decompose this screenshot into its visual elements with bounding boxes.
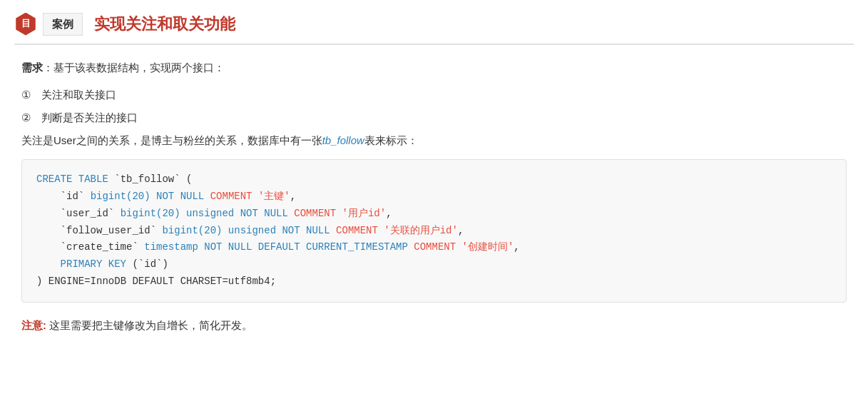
badge-label: 案例 <box>43 13 83 36</box>
code-line-5: `create_time` timestamp NOT NULL DEFAULT… <box>36 239 832 256</box>
description-highlight: tb_follow <box>322 134 364 146</box>
note-block: 注意: 这里需要把主键修改为自增长，简化开发。 <box>21 317 847 334</box>
list-text-1: 关注和取关接口 <box>41 86 116 104</box>
badge-icon: 目 <box>14 13 37 36</box>
list-num-1: ① <box>21 86 36 104</box>
case-badge: 目 案例 <box>14 13 83 36</box>
page-title: 实现关注和取关功能 <box>94 11 235 36</box>
description-prefix: 关注是User之间的关系，是博主与粉丝的关系，数据库中有一张 <box>21 134 322 146</box>
description-text: 关注是User之间的关系，是博主与粉丝的关系，数据库中有一张tb_follow表… <box>21 132 847 149</box>
list-item-1: ① 关注和取关接口 <box>21 86 847 104</box>
code-line-4: `follow_user_id` bigint(20) unsigned NOT… <box>36 223 832 240</box>
code-line-3: `user_id` bigint(20) unsigned NOT NULL C… <box>36 206 832 223</box>
code-line-1: CREATE TABLE `tb_follow` ( <box>36 171 832 188</box>
page-container: 目 案例 实现关注和取关功能 需求：基于该表数据结构，实现两个接口： ① 关注和… <box>0 0 868 348</box>
content-area: 需求：基于该表数据结构，实现两个接口： ① 关注和取关接口 ② 判断是否关注的接… <box>14 59 854 334</box>
list-item-2: ② 判断是否关注的接口 <box>21 109 847 126</box>
note-label: 注意: <box>21 319 46 331</box>
code-line-2: `id` bigint(20) NOT NULL COMMENT '主键', <box>36 188 832 206</box>
requirement-label: 需求 <box>21 61 43 74</box>
code-line-7: ) ENGINE=InnoDB DEFAULT CHARSET=utf8mb4; <box>36 273 832 291</box>
description-end: 表来标示： <box>364 134 418 146</box>
header-row: 目 案例 实现关注和取关功能 <box>14 11 854 45</box>
list-text-2: 判断是否关注的接口 <box>41 109 138 126</box>
requirement-suffix: ：基于该表数据结构，实现两个接口： <box>43 61 225 74</box>
code-block: CREATE TABLE `tb_follow` ( `id` bigint(2… <box>21 159 847 303</box>
requirement-block: 需求：基于该表数据结构，实现两个接口： <box>21 59 847 76</box>
badge-icon-text: 目 <box>21 16 31 31</box>
note-text: 这里需要把主键修改为自增长，简化开发。 <box>46 319 252 331</box>
code-line-6: PRIMARY KEY (`id`) <box>36 256 832 273</box>
requirement-text: 需求：基于该表数据结构，实现两个接口： <box>21 61 225 74</box>
list-num-2: ② <box>21 109 36 126</box>
